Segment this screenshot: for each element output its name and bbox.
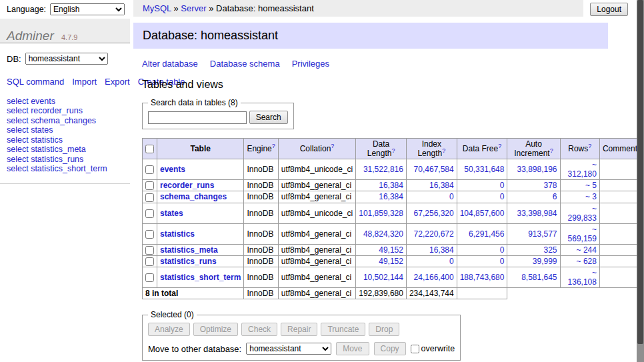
row-checkbox[interactable] [145,165,154,174]
index-length-link[interactable]: 67,256,320 [414,209,454,218]
auto-increment-link[interactable]: 913,577 [528,229,557,239]
sidebar-action-link[interactable]: Import [72,77,97,87]
check-button[interactable]: Check [241,323,277,336]
db-nav-link[interactable]: Database schema [210,59,280,69]
rows-link[interactable]: ~ 136,108 [568,268,597,287]
logout-button[interactable]: Logout [590,3,628,16]
table-name-link[interactable]: states [160,209,183,218]
data-free-link[interactable]: 0 [500,245,505,255]
data-free-link[interactable]: 0 [500,181,505,190]
rows-link[interactable]: ~ 3 [585,192,597,201]
overwrite-checkbox[interactable] [411,345,419,353]
row-checkbox[interactable] [145,181,154,190]
db-nav-link[interactable]: Alter database [142,59,198,69]
scrollbar-thumb[interactable] [637,0,643,344]
data-free-link[interactable]: 0 [500,257,505,266]
db-nav-link[interactable]: Privileges [292,59,329,69]
auto-increment-link[interactable]: 39,999 [533,257,557,266]
data-length-link[interactable]: 49,152 [379,257,403,266]
auto-increment-link[interactable]: 325 [544,245,557,255]
data-free-link[interactable]: 0 [500,192,505,201]
search-button[interactable]: Search [249,111,288,124]
index-length-link[interactable]: 72,220,672 [414,229,454,239]
breadcrumb-link[interactable]: MySQL [143,3,171,13]
table-name-link[interactable]: recorder_runs [160,181,214,190]
rows-link[interactable]: ~ 628 [577,257,597,266]
sidebar-action-link[interactable]: SQL command [7,77,64,87]
row-checkbox[interactable] [145,209,154,218]
data-length-link[interactable]: 49,152 [379,245,403,255]
rows-link[interactable]: ~ 569,159 [568,225,597,243]
data-free-link[interactable]: 50,331,648 [464,165,504,174]
auto-increment-link[interactable]: 33,898,196 [517,165,557,174]
breadcrumb-link[interactable]: Server [181,3,206,13]
vertical-scrollbar[interactable] [637,0,644,362]
help-link[interactable]: ? [442,147,445,154]
index-length-link[interactable]: 16,384 [429,181,454,190]
table-name-link[interactable]: events [160,165,185,174]
auto-increment-link[interactable]: 6 [553,192,557,201]
data-length-link[interactable]: 31,522,816 [363,165,403,174]
sidebar-table-link[interactable]: select statistics [7,135,63,145]
row-checkbox[interactable] [145,273,154,282]
auto-increment-link[interactable]: 8,581,645 [521,273,557,282]
rows-link[interactable]: ~ 5 [585,181,597,190]
rows-link[interactable]: ~ 244 [577,245,597,255]
move-button[interactable]: Move [336,342,369,355]
sidebar-table-link[interactable]: select statistics_runs [7,155,83,164]
db-select[interactable]: homeassistant [25,53,108,65]
table-name-link[interactable]: statistics_runs [160,257,217,266]
table-name-link[interactable]: statistics [160,229,195,239]
table-name-link[interactable]: statistics_meta [160,245,218,255]
row-checkbox[interactable] [145,246,154,255]
data-length-link[interactable]: 48,824,320 [363,229,403,239]
data-length-link[interactable]: 101,859,328 [359,209,403,218]
rows-link[interactable]: ~ 299,833 [568,204,597,223]
sidebar-table-item: select recorder_runs [7,106,130,116]
select-all-checkbox[interactable] [145,145,154,153]
table-name-link[interactable]: statistics_short_term [160,273,241,282]
help-link[interactable]: ? [498,143,501,149]
help-link[interactable]: ? [391,147,395,154]
table-name-link[interactable]: schema_changes [160,192,227,201]
index-length-link[interactable]: 0 [449,257,454,266]
truncate-button[interactable]: Truncate [321,323,365,336]
row-checkbox[interactable] [145,230,154,239]
sidebar-table-link[interactable]: select statistics_meta [7,145,86,154]
move-db-select[interactable]: homeassistant [246,343,331,355]
sidebar-table-link[interactable]: select events [7,97,55,106]
copy-button[interactable]: Copy [374,342,406,355]
drop-button[interactable]: Drop [369,323,399,336]
data-length-link[interactable]: 10,502,144 [363,273,403,282]
help-link[interactable]: ? [331,143,334,149]
auto-increment-link[interactable]: 33,398,984 [517,209,557,218]
optimize-button[interactable]: Optimize [193,323,238,336]
index-length-link[interactable]: 70,467,584 [414,165,454,174]
sidebar-action-link[interactable]: Export [105,77,130,87]
sidebar-table-link[interactable]: select recorder_runs [7,106,83,115]
sidebar-table-link[interactable]: select states [7,125,53,135]
breadcrumb-separator: » [171,3,181,13]
index-length-link[interactable]: 24,166,400 [414,273,454,282]
search-input[interactable] [148,111,247,124]
help-link[interactable]: ? [272,143,275,149]
index-length-link[interactable]: 16,384 [429,245,454,255]
data-free-link[interactable]: 6,291,456 [469,229,504,239]
language-select[interactable]: English [50,3,125,15]
data-length-link[interactable]: 16,384 [379,192,403,201]
data-free-link[interactable]: 104,857,600 [460,209,505,218]
data-free-link[interactable]: 188,743,680 [460,273,505,282]
row-checkbox[interactable] [145,193,154,202]
data-length-link[interactable]: 16,384 [379,181,403,190]
rows-link[interactable]: ~ 312,180 [568,160,597,179]
auto-increment-link[interactable]: 378 [544,181,557,190]
analyze-button[interactable]: Analyze [148,323,190,336]
adminer-logo[interactable]: Adminer [7,29,54,43]
row-checkbox[interactable] [145,257,154,266]
sidebar-table-link[interactable]: select schema_changes [7,116,96,125]
index-length-link[interactable]: 0 [449,192,454,201]
help-link[interactable]: ? [588,143,591,149]
help-link[interactable]: ? [550,147,553,154]
sidebar-table-link[interactable]: select statistics_short_term [7,164,107,173]
repair-button[interactable]: Repair [281,323,317,336]
